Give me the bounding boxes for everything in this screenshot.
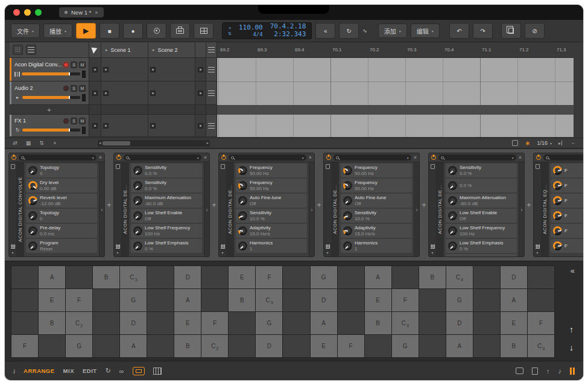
scroll-right-icon[interactable]: ▸ — [206, 141, 209, 145]
param-knob[interactable] — [238, 166, 247, 175]
clip-slot[interactable] — [101, 81, 148, 105]
volume-fader[interactable] — [22, 96, 80, 99]
param-knob[interactable] — [343, 211, 352, 220]
clip-stop-button[interactable] — [103, 91, 109, 96]
pad-A[interactable]: A — [120, 335, 147, 357]
clip-slot[interactable] — [148, 81, 195, 105]
pad-D[interactable]: D — [120, 312, 147, 334]
add-device-button[interactable]: + — [105, 153, 113, 257]
pad-B[interactable]: B — [365, 312, 391, 334]
param-value[interactable]: 10.0 % — [250, 216, 305, 222]
device[interactable]: ▾ × ▾ ACON DIGITAL DE... Sensitivity0.0 … — [428, 153, 525, 257]
param-value[interactable]: -60.0 dB — [145, 201, 200, 207]
device-preset-box[interactable]: ▾ — [19, 154, 96, 161]
param-value[interactable]: 50.00 Hz — [250, 171, 305, 177]
param-value[interactable]: 10.0 % — [355, 216, 409, 222]
pad-B[interactable]: B — [501, 335, 527, 357]
master-meter-icon[interactable] — [570, 368, 575, 375]
pad-sharp[interactable] — [392, 266, 419, 288]
device-power-button[interactable] — [11, 155, 16, 160]
device-close-icon[interactable]: × — [414, 154, 417, 161]
device-close-icon[interactable]: × — [99, 154, 102, 161]
device-expand-button[interactable]: › — [99, 162, 104, 256]
param-value[interactable]: 100 Hz — [460, 231, 514, 237]
param-value[interactable]: Off — [250, 201, 305, 207]
pad-sharp[interactable] — [39, 335, 65, 357]
clip-stop-button[interactable] — [198, 67, 203, 72]
pad-G[interactable]: G — [392, 335, 419, 357]
device-name-strip[interactable]: ACON DIGITAL EQ... — [541, 162, 549, 256]
pad-sharp[interactable] — [338, 289, 364, 311]
layout-lanes-button[interactable] — [26, 45, 36, 55]
param-knob[interactable] — [448, 226, 457, 235]
device[interactable]: ▾ × ▾ ACON DIGITAL EQ... FFFFFF › — [533, 153, 583, 257]
clip-stop-cell[interactable] — [195, 58, 206, 81]
pad-C3[interactable]: C3 — [256, 289, 282, 311]
pad-sharp[interactable] — [419, 289, 446, 311]
remote-controls-icon[interactable] — [536, 244, 540, 249]
export-icon[interactable]: ↑ — [546, 368, 550, 375]
clip-stop-button[interactable] — [198, 91, 203, 96]
param-knob[interactable] — [553, 241, 562, 250]
scene-play-icon[interactable]: ▸ — [106, 48, 108, 52]
pad-sharp[interactable] — [147, 312, 174, 334]
pad-B[interactable]: B — [419, 266, 446, 288]
pad-D[interactable]: D — [446, 312, 473, 334]
view-tab-arrange[interactable]: ARRANGE — [24, 368, 55, 374]
time-value[interactable]: 2:32.343 — [274, 31, 306, 39]
pad-sharp[interactable] — [283, 289, 309, 311]
param-knob[interactable] — [238, 241, 247, 250]
device-name-strip[interactable]: ACON DIGITAL DE... — [226, 162, 234, 256]
param-value[interactable]: 0.00 dB — [40, 186, 95, 192]
automation-toggle-icon[interactable] — [512, 140, 518, 146]
pad-sharp[interactable] — [11, 312, 38, 334]
octave-down-icon[interactable]: ↓ — [569, 343, 574, 352]
add-track-button[interactable]: + — [10, 105, 89, 115]
follow-playhead-icon[interactable]: ↻ — [106, 367, 111, 375]
clip-stop-button[interactable] — [150, 91, 156, 96]
close-panel-icon[interactable]: × — [51, 140, 59, 146]
device-power-button[interactable] — [116, 155, 121, 160]
param-knob[interactable] — [448, 241, 457, 250]
clip-launcher-toggle-icon[interactable] — [516, 368, 523, 374]
chevron-down-icon[interactable]: ▾ — [431, 250, 433, 255]
device[interactable]: ▾ × ▾ ACON DIGITAL CONVOLVE Topology0Dry… — [8, 153, 105, 257]
param-knob[interactable] — [343, 226, 352, 235]
preset-page-icon[interactable] — [536, 164, 540, 169]
param-knob[interactable] — [133, 181, 142, 190]
param-knob[interactable] — [553, 181, 562, 190]
pad-F[interactable]: F — [392, 289, 419, 311]
param-value[interactable]: 100 Hz — [145, 231, 200, 237]
add-device-button[interactable]: + — [315, 153, 323, 257]
pad-E[interactable]: E — [174, 312, 201, 334]
param-value[interactable]: -12.00 dB — [40, 201, 95, 207]
param-knob[interactable] — [238, 181, 247, 190]
track-row[interactable]: Acon Digital Conv... S M — [10, 58, 217, 81]
param-value[interactable]: 50.00 Hz — [250, 186, 305, 192]
chevron-down-icon[interactable]: ▾ — [536, 250, 538, 255]
pad-B[interactable]: B — [39, 312, 65, 334]
pad-sharp[interactable] — [201, 289, 228, 311]
pad-G[interactable]: G — [66, 335, 92, 357]
track-header[interactable]: FX 1 S M ↻ — [10, 115, 89, 137]
scroll-follow-icon[interactable]: ⇅ — [37, 140, 46, 146]
param-knob[interactable] — [448, 166, 457, 175]
device-close-icon[interactable]: × — [519, 154, 522, 161]
param-knob[interactable] — [553, 196, 562, 205]
param-value[interactable]: 0.0 % — [145, 186, 200, 192]
pad-C4[interactable]: C4 — [446, 266, 473, 288]
param-knob[interactable] — [28, 211, 37, 220]
device[interactable]: ▾ × ▾ ACON DIGITAL DE... Frequency50.00 … — [218, 153, 315, 257]
mute-button[interactable]: M — [79, 85, 86, 92]
device-close-icon[interactable]: × — [309, 154, 312, 161]
param-value[interactable]: 0 % — [145, 246, 200, 252]
param-value[interactable]: Reset — [40, 246, 95, 252]
param-value[interactable]: 0.0 ms — [40, 231, 95, 237]
track-menu-cell[interactable] — [206, 115, 217, 137]
pad-E[interactable]: E — [501, 312, 527, 334]
timeline-ruler[interactable]: 69.269.369.470.170.270.370.471.171.271.3 — [217, 42, 574, 58]
param-value[interactable]: 0 — [40, 171, 95, 177]
clip-stop-cell[interactable] — [89, 81, 101, 105]
clip-stop-cell[interactable] — [89, 115, 101, 137]
clip-slot[interactable] — [101, 115, 148, 137]
